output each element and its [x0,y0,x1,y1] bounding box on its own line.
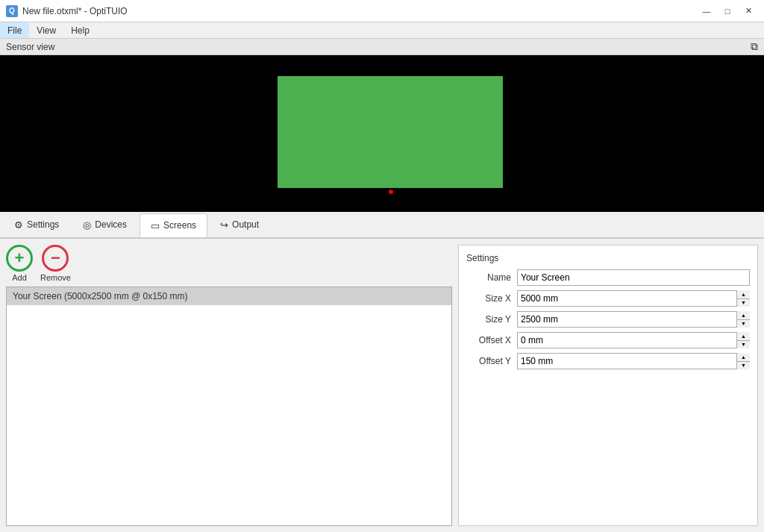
menu-view[interactable]: View [29,22,63,38]
size-x-row: Size X ▲ ▼ [466,290,750,307]
offset-x-up-button[interactable]: ▲ [737,332,750,341]
screen-list: Your Screen (5000x2500 mm @ 0x150 mm) [6,287,452,526]
close-button[interactable]: ✕ [739,4,758,19]
content-area: + Add − Remove Your Screen (5000x2500 mm… [0,239,764,532]
offset-y-up-button[interactable]: ▲ [737,353,750,362]
size-y-down-button[interactable]: ▼ [737,320,750,328]
title-bar: Q New file.otxml* - OptiTUIO — □ ✕ [0,0,764,22]
add-label: Add [12,273,27,282]
settings-panel-title: Settings [466,253,750,263]
name-input[interactable] [517,269,750,286]
offset-x-down-button[interactable]: ▼ [737,341,750,349]
remove-circle-icon: − [42,245,69,272]
offset-y-input[interactable] [517,353,750,369]
tab-devices[interactable]: ◎ Devices [72,213,138,237]
offset-y-down-button[interactable]: ▼ [737,362,750,370]
size-y-spinner: ▲ ▼ [517,311,750,328]
size-y-input[interactable] [517,311,750,328]
name-label: Name [466,272,511,283]
tab-screens[interactable]: ▭ Screens [140,213,207,237]
sensor-panel-title: Sensor view [6,42,54,52]
add-circle-icon: + [6,245,33,272]
remove-label: Remove [40,273,71,282]
size-x-input[interactable] [517,290,750,307]
tab-settings[interactable]: ⚙ Settings [3,213,70,237]
list-item[interactable]: Your Screen (5000x2500 mm @ 0x150 mm) [7,287,451,305]
size-x-up-button[interactable]: ▲ [737,290,750,299]
left-panel: + Add − Remove Your Screen (5000x2500 mm… [6,245,452,526]
offset-x-spinner-controls: ▲ ▼ [736,332,750,348]
window-controls: — □ ✕ [697,4,758,19]
panel-expand-icon[interactable]: ⧉ [751,40,758,53]
screen-rectangle [278,76,503,188]
add-button[interactable]: + Add [6,245,33,282]
sensor-dot [389,190,393,194]
output-tab-label: Output [232,219,259,230]
tab-bar: ⚙ Settings ◎ Devices ▭ Screens ↪ Output [0,212,764,239]
size-y-up-button[interactable]: ▲ [737,311,750,320]
menu-file[interactable]: File [0,22,29,38]
size-x-label: Size X [466,293,511,304]
settings-panel: Settings Name Size X ▲ ▼ Size Y ▲ ▼ [458,245,758,526]
devices-tab-icon: ◎ [83,219,91,231]
app-icon: Q [6,5,18,17]
size-x-spinner: ▲ ▼ [517,290,750,307]
offset-x-label: Offset X [466,335,511,345]
offset-y-label: Offset Y [466,356,511,366]
offset-x-input[interactable] [517,332,750,348]
size-x-down-button[interactable]: ▼ [737,299,750,307]
screens-tab-label: Screens [163,220,196,231]
sensor-view [0,55,764,212]
size-y-label: Size Y [466,314,511,325]
settings-tab-label: Settings [27,219,59,230]
offset-x-row: Offset X ▲ ▼ [466,332,750,348]
name-row: Name [466,269,750,286]
screens-tab-icon: ▭ [151,220,160,231]
offset-y-spinner-controls: ▲ ▼ [736,353,750,369]
sensor-panel-header: Sensor view ⧉ [0,39,764,55]
size-y-spinner-controls: ▲ ▼ [736,311,750,328]
menu-help[interactable]: Help [63,22,97,38]
menu-bar: File View Help [0,22,764,39]
devices-tab-label: Devices [95,219,127,230]
output-tab-icon: ↪ [220,219,228,231]
size-x-spinner-controls: ▲ ▼ [736,290,750,307]
maximize-button[interactable]: □ [718,4,737,19]
tab-output[interactable]: ↪ Output [209,213,270,237]
minimize-button[interactable]: — [697,4,716,19]
offset-x-spinner: ▲ ▼ [517,332,750,348]
offset-y-spinner: ▲ ▼ [517,353,750,369]
settings-tab-icon: ⚙ [14,219,23,231]
size-y-row: Size Y ▲ ▼ [466,311,750,328]
window-title: New file.otxml* - OptiTUIO [22,6,697,16]
action-buttons: + Add − Remove [6,245,452,282]
offset-y-row: Offset Y ▲ ▼ [466,353,750,369]
remove-button[interactable]: − Remove [40,245,71,282]
